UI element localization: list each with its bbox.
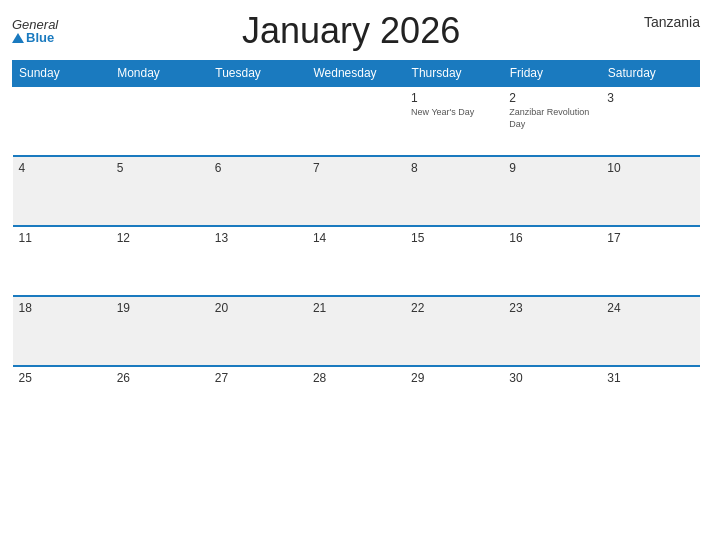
days-header-row: Sunday Monday Tuesday Wednesday Thursday… [13,61,700,87]
calendar-cell: 27 [209,366,307,436]
calendar-week-row: 11121314151617 [13,226,700,296]
day-number: 10 [607,161,693,175]
day-number: 9 [509,161,595,175]
calendar-cell: 17 [601,226,699,296]
day-number: 20 [215,301,301,315]
calendar-cell: 4 [13,156,111,226]
calendar-cell: 31 [601,366,699,436]
day-number: 17 [607,231,693,245]
header-thursday: Thursday [405,61,503,87]
calendar-cell: 30 [503,366,601,436]
header-sunday: Sunday [13,61,111,87]
day-number: 28 [313,371,399,385]
calendar-week-row: 45678910 [13,156,700,226]
calendar-cell: 8 [405,156,503,226]
calendar-cell: 3 [601,86,699,156]
day-number: 21 [313,301,399,315]
day-number: 3 [607,91,693,105]
day-number: 15 [411,231,497,245]
day-number: 19 [117,301,203,315]
day-number: 5 [117,161,203,175]
calendar-cell: 26 [111,366,209,436]
day-number: 13 [215,231,301,245]
header-monday: Monday [111,61,209,87]
logo-blue-text: Blue [12,31,54,44]
calendar-cell: 11 [13,226,111,296]
event-label: New Year's Day [411,107,497,119]
calendar-cell [13,86,111,156]
calendar-cell: 22 [405,296,503,366]
day-number: 6 [215,161,301,175]
calendar-table: Sunday Monday Tuesday Wednesday Thursday… [12,60,700,436]
day-number: 30 [509,371,595,385]
calendar-cell: 6 [209,156,307,226]
day-number: 14 [313,231,399,245]
calendar-title: January 2026 [58,10,644,52]
calendar-cell: 24 [601,296,699,366]
day-number: 11 [19,231,105,245]
day-number: 7 [313,161,399,175]
country-label: Tanzania [644,10,700,30]
logo: General Blue [12,18,58,44]
day-number: 4 [19,161,105,175]
day-number: 26 [117,371,203,385]
calendar-cell: 23 [503,296,601,366]
calendar-cell [307,86,405,156]
day-number: 23 [509,301,595,315]
calendar-cell: 29 [405,366,503,436]
header-saturday: Saturday [601,61,699,87]
day-number: 16 [509,231,595,245]
day-number: 27 [215,371,301,385]
calendar-cell: 9 [503,156,601,226]
calendar-cell: 2Zanzibar Revolution Day [503,86,601,156]
header-friday: Friday [503,61,601,87]
calendar-cell: 14 [307,226,405,296]
calendar-cell: 25 [13,366,111,436]
calendar-cell: 7 [307,156,405,226]
day-number: 12 [117,231,203,245]
day-number: 1 [411,91,497,105]
day-number: 8 [411,161,497,175]
calendar-cell: 18 [13,296,111,366]
calendar-cell: 16 [503,226,601,296]
calendar-cell: 28 [307,366,405,436]
day-number: 25 [19,371,105,385]
calendar-cell: 5 [111,156,209,226]
header: General Blue January 2026 Tanzania [12,10,700,52]
calendar-cell: 20 [209,296,307,366]
logo-triangle-icon [12,33,24,43]
calendar-page: General Blue January 2026 Tanzania Sunda… [0,0,712,550]
calendar-cell: 19 [111,296,209,366]
calendar-cell [209,86,307,156]
calendar-cell [111,86,209,156]
day-number: 22 [411,301,497,315]
header-wednesday: Wednesday [307,61,405,87]
calendar-week-row: 1New Year's Day2Zanzibar Revolution Day3 [13,86,700,156]
day-number: 31 [607,371,693,385]
calendar-cell: 15 [405,226,503,296]
calendar-cell: 12 [111,226,209,296]
event-label: Zanzibar Revolution Day [509,107,595,130]
day-number: 24 [607,301,693,315]
calendar-cell: 10 [601,156,699,226]
day-number: 2 [509,91,595,105]
header-tuesday: Tuesday [209,61,307,87]
day-number: 29 [411,371,497,385]
calendar-cell: 13 [209,226,307,296]
calendar-week-row: 18192021222324 [13,296,700,366]
day-number: 18 [19,301,105,315]
calendar-cell: 21 [307,296,405,366]
calendar-week-row: 25262728293031 [13,366,700,436]
calendar-cell: 1New Year's Day [405,86,503,156]
